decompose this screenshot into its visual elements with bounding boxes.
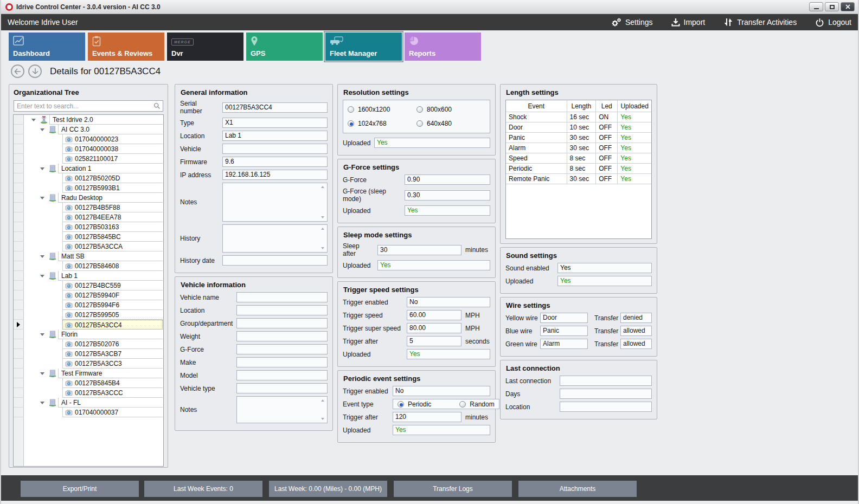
wire-event-field[interactable]: Door bbox=[540, 313, 588, 323]
resolution-option-640x480[interactable]: 640x480 bbox=[416, 120, 485, 127]
tree-row-00127b5994f6[interactable]: 00127B5994F6 bbox=[14, 300, 163, 310]
wire-event-field[interactable]: Panic bbox=[540, 326, 588, 336]
field-value[interactable] bbox=[236, 331, 328, 341]
field-value[interactable] bbox=[236, 357, 328, 367]
tree-row-ai-fl[interactable]: AI - FL bbox=[14, 398, 163, 408]
search-input[interactable] bbox=[14, 101, 163, 111]
tree-row-lab-1[interactable]: Lab 1 bbox=[14, 271, 163, 281]
tree-row-00127b5845bc[interactable]: 00127B5845BC bbox=[14, 232, 163, 242]
toolbar-action-logout[interactable]: Logout bbox=[815, 18, 851, 27]
tile-dashboard[interactable]: Dashboard bbox=[9, 33, 85, 61]
table-row-shock[interactable]: Shock16 secONYes bbox=[506, 112, 651, 122]
field-value[interactable]: X1 bbox=[222, 118, 328, 128]
back-button[interactable] bbox=[11, 64, 24, 78]
down-button[interactable] bbox=[28, 64, 42, 78]
tree-row-00127b5a3ccc[interactable]: 00127B5A3CCC bbox=[14, 388, 163, 398]
field-value[interactable] bbox=[560, 402, 652, 412]
tree-row-00127b5845b4[interactable]: 00127B5845B4 bbox=[14, 378, 163, 388]
field-value[interactable] bbox=[222, 144, 328, 154]
radio-icon[interactable] bbox=[459, 401, 466, 408]
bottom-button-transfer-logs[interactable]: Transfer Logs bbox=[394, 481, 512, 497]
radio-icon[interactable] bbox=[416, 120, 423, 127]
text-area-field[interactable] bbox=[222, 224, 328, 253]
radio-option-periodic[interactable]: Periodic bbox=[398, 400, 431, 408]
text-area-field[interactable] bbox=[222, 183, 328, 222]
text-area-field[interactable] bbox=[236, 396, 328, 423]
field-value[interactable]: Lab 1 bbox=[222, 131, 328, 141]
table-row-remote-panic[interactable]: Remote Panic30 secOFFYes bbox=[506, 174, 651, 184]
field-value[interactable] bbox=[236, 305, 328, 315]
tree-row-00127b5a3cb7[interactable]: 00127B5A3CB7 bbox=[14, 349, 163, 359]
field-value[interactable]: 120 bbox=[393, 412, 461, 422]
expand-arrow-icon[interactable] bbox=[40, 167, 44, 170]
tree-row-00127b5a3cca[interactable]: 00127B5A3CCA bbox=[14, 242, 163, 251]
tile-reports[interactable]: Reports bbox=[405, 33, 481, 61]
resolution-option-1024x768[interactable]: 1024x768 bbox=[348, 120, 416, 127]
resolution-option-1600x1200[interactable]: 1600x1200 bbox=[348, 106, 416, 113]
tree-row-00127b59940f[interactable]: 00127B59940F bbox=[14, 290, 163, 300]
field-value[interactable]: 30 bbox=[377, 245, 461, 255]
toolbar-action-settings[interactable]: Settings bbox=[611, 18, 653, 27]
tree-row-017040000023[interactable]: 017040000023 bbox=[14, 134, 163, 144]
field-value[interactable] bbox=[236, 370, 328, 380]
wire-transfer-field[interactable]: allowed bbox=[620, 326, 652, 336]
field-value[interactable] bbox=[236, 383, 328, 393]
tile-dvr[interactable]: MERGEDvr bbox=[167, 33, 243, 61]
field-value[interactable]: 5 bbox=[407, 336, 461, 346]
tree-row-00127b5993b1[interactable]: 00127B5993B1 bbox=[14, 183, 163, 193]
tree-row-00127b5a3cc3[interactable]: 00127B5A3CC3 bbox=[14, 359, 163, 369]
field-value[interactable]: No bbox=[393, 386, 490, 396]
expand-arrow-icon[interactable] bbox=[40, 197, 44, 199]
tree-row-test-firmware[interactable]: Test Firmware bbox=[14, 369, 163, 378]
expand-arrow-icon[interactable] bbox=[40, 255, 44, 258]
tree-row-location-1[interactable]: Location 1 bbox=[14, 164, 163, 173]
field-value[interactable]: 0.90 bbox=[405, 175, 490, 185]
tree-row-matt-sb[interactable]: Matt SB bbox=[14, 251, 163, 261]
radio-icon[interactable] bbox=[416, 106, 423, 113]
wire-transfer-field[interactable]: allowed bbox=[620, 339, 652, 349]
wire-transfer-field[interactable]: denied bbox=[620, 313, 652, 323]
minimize-icon[interactable] bbox=[809, 2, 823, 11]
expand-arrow-icon[interactable] bbox=[40, 275, 44, 277]
tile-gps[interactable]: GPS bbox=[246, 33, 323, 61]
field-value[interactable]: 80.00 bbox=[407, 323, 461, 333]
radio-icon[interactable] bbox=[348, 106, 354, 113]
tree-row-025821100017[interactable]: 025821100017 bbox=[14, 154, 163, 164]
toolbar-action-import[interactable]: Import bbox=[671, 18, 706, 27]
table-row-door[interactable]: Door10 secOFFYes bbox=[506, 122, 651, 133]
bottom-button-attachments[interactable]: Attachments bbox=[518, 481, 637, 497]
field-value[interactable]: 60.00 bbox=[407, 310, 461, 320]
expand-arrow-icon[interactable] bbox=[40, 128, 44, 131]
tree-row-00127b4bc559[interactable]: 00127B4BC559 bbox=[14, 281, 163, 290]
wire-event-field[interactable]: Alarm bbox=[540, 339, 588, 349]
tree-row-00127b599505[interactable]: 00127B599505 bbox=[14, 310, 163, 320]
field-value[interactable]: 0.30 bbox=[405, 190, 490, 201]
bottom-button-last-week-events-0[interactable]: Last Week Events: 0 bbox=[144, 481, 262, 497]
field-value[interactable]: Yes bbox=[557, 263, 652, 273]
field-value[interactable] bbox=[236, 318, 328, 328]
table-row-periodic[interactable]: Periodic8 secOFFYes bbox=[506, 164, 651, 174]
field-value[interactable]: 00127B5A3CC4 bbox=[222, 102, 328, 113]
field-value[interactable]: 9.6 bbox=[222, 157, 328, 167]
tile-events-reviews[interactable]: Events & Reviews bbox=[88, 33, 164, 61]
tree-row-test-idrive-2-0[interactable]: Test Idrive 2.0 bbox=[14, 115, 163, 125]
field-value[interactable]: 192.168.16.125 bbox=[222, 170, 328, 180]
tree-row-00127b4eea78[interactable]: 00127B4EEA78 bbox=[14, 212, 163, 222]
close-icon[interactable] bbox=[841, 2, 855, 11]
tree-row-017040000038[interactable]: 017040000038 bbox=[14, 144, 163, 154]
field-value[interactable] bbox=[560, 376, 652, 386]
tile-fleet-manager[interactable]: Fleet Manager bbox=[325, 33, 402, 61]
resolution-option-800x600[interactable]: 800x600 bbox=[416, 106, 485, 113]
bottom-button-last-week-0-00-miles-0-00-mph[interactable]: Last Week: 0.00 (Miles) - 0.00 (MPH) bbox=[269, 481, 387, 497]
tree-row-radu-desktop[interactable]: Radu Desktop bbox=[14, 193, 163, 203]
table-row-panic[interactable]: Panic30 secOFFYes bbox=[506, 133, 651, 143]
table-row-alarm[interactable]: Alarm30 secOFFYes bbox=[506, 143, 651, 153]
tree-row-00127b502076[interactable]: 00127B502076 bbox=[14, 339, 163, 349]
table-row-speed[interactable]: Speed8 secOFFYes bbox=[506, 153, 651, 164]
tree-row-florin[interactable]: Florin bbox=[14, 329, 163, 339]
tree-row-ai-cc-3-0[interactable]: AI CC 3.0 bbox=[14, 125, 163, 134]
field-value[interactable] bbox=[236, 344, 328, 354]
expand-arrow-icon[interactable] bbox=[31, 119, 36, 121]
radio-option-random[interactable]: Random bbox=[459, 400, 494, 408]
toolbar-action-transfer-activities[interactable]: Transfer Activities bbox=[723, 17, 797, 27]
